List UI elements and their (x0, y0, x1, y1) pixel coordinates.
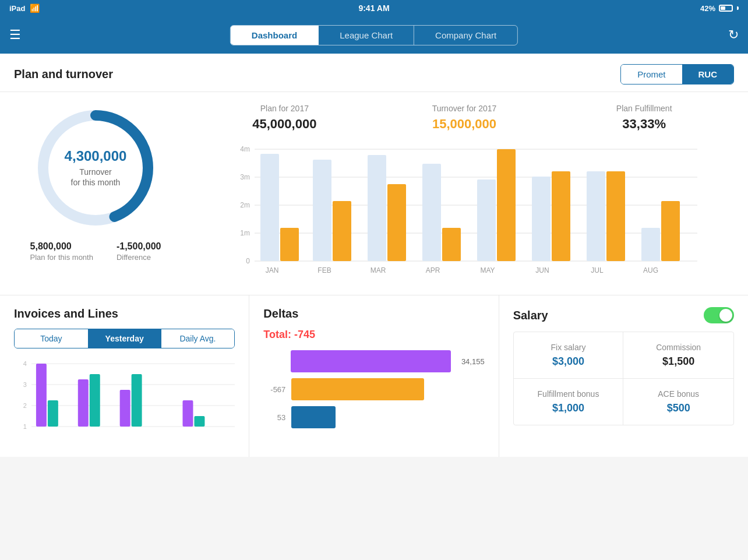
delta-bar-2 (291, 378, 424, 400)
svg-rect-49 (132, 374, 142, 427)
svg-rect-33 (641, 228, 660, 261)
fulfillment-bonus-title: Fulfillment bonus (522, 389, 615, 399)
time-tabs: Today Yesterday Daily Avg. (14, 329, 235, 348)
chart-stats: Plan for 2017 45,000,000 Turnover for 20… (195, 104, 734, 132)
ace-bonus-value: $500 (631, 402, 725, 414)
deltas-section: Deltas Total: -745 34,155 -567 53 (249, 295, 499, 457)
plan-2017-value: 45,000,000 (195, 117, 375, 132)
svg-text:JAN: JAN (266, 266, 279, 274)
svg-rect-28 (552, 171, 570, 261)
commission-cell: Commission $1,500 (623, 332, 733, 379)
delta-total-value: -745 (294, 329, 315, 340)
delta-bar-row-2: -567 (263, 378, 484, 400)
tab-dashboard[interactable]: Dashboard (231, 26, 319, 45)
delta-bar-row-3: 53 (263, 406, 484, 428)
svg-rect-12 (260, 154, 279, 261)
invoices-section: Invoices and Lines Today Yesterday Daily… (0, 295, 249, 457)
status-bar: iPad 📶 9:41 AM 42% (0, 0, 748, 16)
donut-value: 4,300,000 (65, 148, 127, 164)
delta-total-label: Total: (263, 329, 294, 340)
diff-stat-value: -1,500,000 (117, 241, 161, 252)
commission-value: $1,500 (631, 355, 725, 368)
plan-stat-value: 5,800,000 (30, 241, 93, 252)
donut-stats: 5,800,000 Plan for this month -1,500,000… (14, 241, 177, 262)
delta-bar-row-1: 34,155 (263, 350, 484, 372)
plan-2017-stat: Plan for 2017 45,000,000 (195, 104, 375, 132)
plan-stat: 5,800,000 Plan for this month (30, 241, 93, 262)
svg-text:2: 2 (23, 402, 27, 409)
bar-chart-svg: 4m 3m 2m 1m 0 JAN FEB MAR (195, 143, 734, 283)
svg-text:3: 3 (23, 381, 27, 388)
svg-rect-19 (387, 184, 406, 261)
svg-rect-44 (36, 364, 47, 427)
donut-center: 4,300,000 Turnoverfor this month (65, 148, 127, 188)
svg-rect-24 (477, 179, 496, 261)
ruc-button[interactable]: RUC (682, 65, 734, 84)
svg-text:AUG: AUG (643, 266, 658, 274)
svg-rect-48 (120, 390, 130, 427)
svg-rect-15 (313, 160, 331, 261)
ace-bonus-title: ACE bonus (631, 389, 725, 399)
battery-tip (737, 6, 739, 10)
status-right: 42% (700, 4, 739, 13)
svg-text:JUL: JUL (591, 266, 604, 274)
delta-bars: 34,155 -567 53 (263, 350, 484, 428)
salary-grid: Fix salary $3,000 Commission $1,500 Fulf… (513, 332, 734, 425)
svg-text:0: 0 (246, 257, 250, 265)
plan-2017-title: Plan for 2017 (195, 104, 375, 113)
battery-icon (719, 5, 733, 12)
svg-text:1: 1 (23, 423, 27, 430)
today-tab[interactable]: Today (15, 329, 88, 348)
plan-turnover-title: Plan and turnover (14, 68, 113, 81)
svg-text:3m: 3m (240, 173, 250, 181)
nav-bar: ☰ Dashboard League Chart Company Chart ↻ (0, 16, 748, 54)
svg-text:FEB: FEB (317, 266, 331, 274)
fulfillment-title: Plan Fulfillment (554, 104, 734, 113)
salary-toggle[interactable] (704, 307, 734, 323)
commission-title: Commission (631, 343, 725, 352)
svg-rect-30 (587, 171, 605, 261)
bar-chart-wrapper: 4m 3m 2m 1m 0 JAN FEB MAR (195, 143, 734, 283)
fix-salary-title: Fix salary (522, 343, 615, 352)
svg-rect-45 (48, 400, 58, 427)
fulfillment-bonus-cell: Fulfillment bonus $1,000 (514, 379, 624, 425)
wifi-icon: 📶 (30, 3, 40, 13)
svg-rect-16 (333, 201, 351, 261)
svg-rect-51 (194, 416, 204, 427)
daily-avg-tab[interactable]: Daily Avg. (161, 329, 235, 348)
svg-text:MAY: MAY (480, 266, 495, 274)
deltas-title: Deltas (263, 307, 484, 320)
fix-salary-value: $3,000 (522, 355, 615, 368)
svg-rect-31 (606, 171, 625, 261)
fix-salary-cell: Fix salary $3,000 (514, 332, 624, 379)
invoices-chart-svg: 4 3 2 1 (14, 358, 235, 445)
tab-company-chart[interactable]: Company Chart (414, 26, 517, 45)
hamburger-menu[interactable]: ☰ (9, 29, 21, 41)
delta-bar-1 (291, 350, 451, 372)
svg-rect-21 (422, 164, 441, 261)
donut-label: Turnoverfor this month (65, 167, 127, 188)
status-left: iPad 📶 (9, 3, 40, 13)
svg-rect-13 (280, 228, 299, 261)
turnover-2017-value: 15,000,000 (375, 117, 555, 132)
refresh-icon[interactable]: ↻ (728, 27, 739, 43)
svg-rect-50 (182, 400, 193, 427)
time-display: 9:41 AM (358, 3, 389, 13)
promet-button[interactable]: Promet (621, 65, 682, 84)
svg-text:APR: APR (426, 266, 440, 274)
svg-rect-27 (532, 177, 551, 261)
delta-label-2: -567 (263, 385, 285, 394)
salary-title: Salary (513, 309, 548, 322)
promet-ruc-toggle: Promet RUC (620, 64, 734, 84)
yesterday-tab[interactable]: Yesterday (88, 329, 161, 348)
tab-league-chart[interactable]: League Chart (319, 26, 414, 45)
invoices-title: Invoices and Lines (14, 307, 235, 320)
svg-text:4m: 4m (240, 145, 250, 153)
main-content: Plan and turnover Promet RUC (0, 54, 748, 457)
invoices-chart: 4 3 2 1 (14, 358, 235, 445)
chart-area: Plan for 2017 45,000,000 Turnover for 20… (195, 104, 734, 283)
plan-turnover-header: Plan and turnover Promet RUC (0, 54, 748, 92)
fulfillment-stat: Plan Fulfillment 33,33% (554, 104, 734, 132)
donut-chart: 4,300,000 Turnoverfor this month (31, 104, 160, 232)
fulfillment-bonus-value: $1,000 (522, 402, 615, 414)
